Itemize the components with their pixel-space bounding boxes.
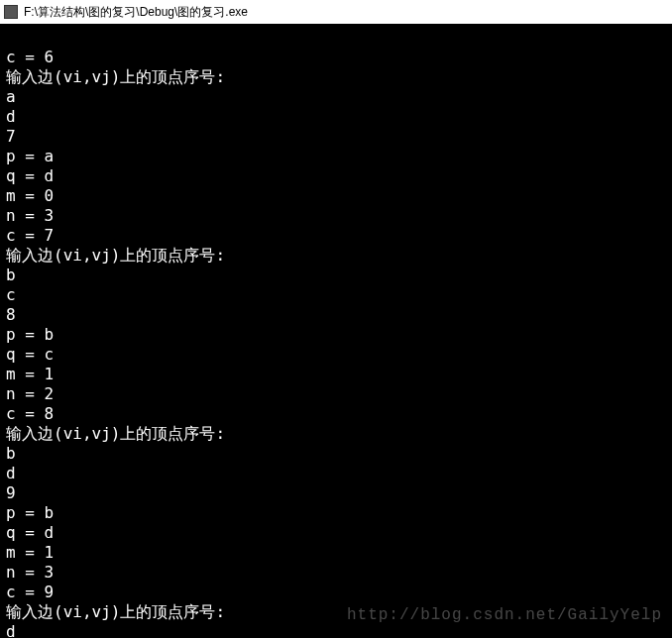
console-line: 7: [6, 127, 666, 147]
console-line: 8: [6, 305, 666, 325]
console-line: b: [6, 444, 666, 464]
console-line: d: [6, 464, 666, 483]
console-line: [6, 28, 666, 48]
console-line: m = 1: [6, 365, 666, 384]
console-line: 输入边(vi,vj)上的顶点序号:: [6, 424, 666, 444]
console-line: c = 6: [6, 48, 666, 67]
console-line: b: [6, 266, 666, 285]
console-line: m = 0: [6, 186, 666, 206]
console-line: c = 9: [6, 583, 666, 602]
console-output: c = 6输入边(vi,vj)上的顶点序号:ad7p = aq = dm = 0…: [0, 24, 672, 638]
console-line: q = d: [6, 166, 666, 186]
console-line: 9: [6, 483, 666, 503]
console-line: a: [6, 87, 666, 107]
console-line: 输入边(vi,vj)上的顶点序号:: [6, 602, 666, 622]
console-line: c: [6, 285, 666, 305]
app-icon: [4, 5, 18, 19]
console-line: p = a: [6, 147, 666, 166]
window-titlebar[interactable]: F:\算法结构\图的复习\Debug\图的复习.exe: [0, 0, 672, 24]
console-line: m = 1: [6, 543, 666, 563]
console-line: d: [6, 622, 666, 638]
console-line: 输入边(vi,vj)上的顶点序号:: [6, 246, 666, 266]
console-line: q = d: [6, 523, 666, 543]
console-line: q = c: [6, 345, 666, 365]
console-line: n = 3: [6, 563, 666, 583]
console-line: c = 7: [6, 226, 666, 246]
console-line: 输入边(vi,vj)上的顶点序号:: [6, 67, 666, 87]
console-line: n = 2: [6, 384, 666, 404]
console-line: d: [6, 107, 666, 127]
console-line: p = b: [6, 325, 666, 345]
window-title: F:\算法结构\图的复习\Debug\图的复习.exe: [24, 4, 248, 21]
console-line: c = 8: [6, 404, 666, 424]
console-line: n = 3: [6, 206, 666, 226]
console-line: p = b: [6, 503, 666, 523]
